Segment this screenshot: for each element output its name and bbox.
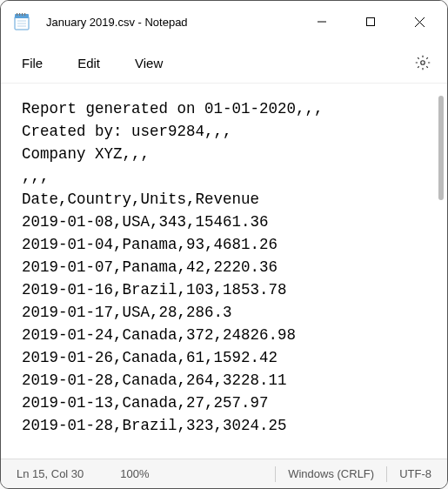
svg-rect-4: [22, 13, 23, 16]
scrollbar-vertical[interactable]: [438, 96, 444, 200]
svg-rect-2: [17, 13, 17, 16]
window-title: January 2019.csv - Notepad: [46, 16, 298, 29]
window-controls: [298, 1, 444, 43]
svg-rect-10: [367, 18, 375, 26]
svg-rect-5: [24, 13, 25, 16]
titlebar: January 2019.csv - Notepad: [1, 1, 447, 43]
maximize-button[interactable]: [346, 1, 395, 43]
text-editor[interactable]: Report generated on 01-01-2020,,, Create…: [1, 84, 447, 459]
statusbar: Ln 15, Col 30 100% Windows (CRLF) UTF-8: [1, 459, 447, 488]
status-position: Ln 15, Col 30: [4, 465, 96, 484]
svg-point-13: [421, 61, 425, 65]
menu-edit[interactable]: Edit: [60, 49, 117, 77]
editor-area: Report generated on 01-01-2020,,, Create…: [1, 83, 447, 459]
menu-view[interactable]: View: [117, 49, 180, 77]
settings-button[interactable]: [405, 45, 440, 80]
status-line-ending: Windows (CRLF): [276, 465, 386, 484]
menu-file[interactable]: File: [4, 49, 60, 77]
close-button[interactable]: [395, 1, 444, 43]
notepad-icon: [13, 13, 30, 30]
status-encoding: UTF-8: [387, 465, 444, 484]
svg-rect-3: [19, 13, 20, 16]
minimize-button[interactable]: [298, 1, 346, 43]
menubar: File Edit View: [1, 43, 447, 83]
status-zoom[interactable]: 100%: [108, 465, 161, 484]
